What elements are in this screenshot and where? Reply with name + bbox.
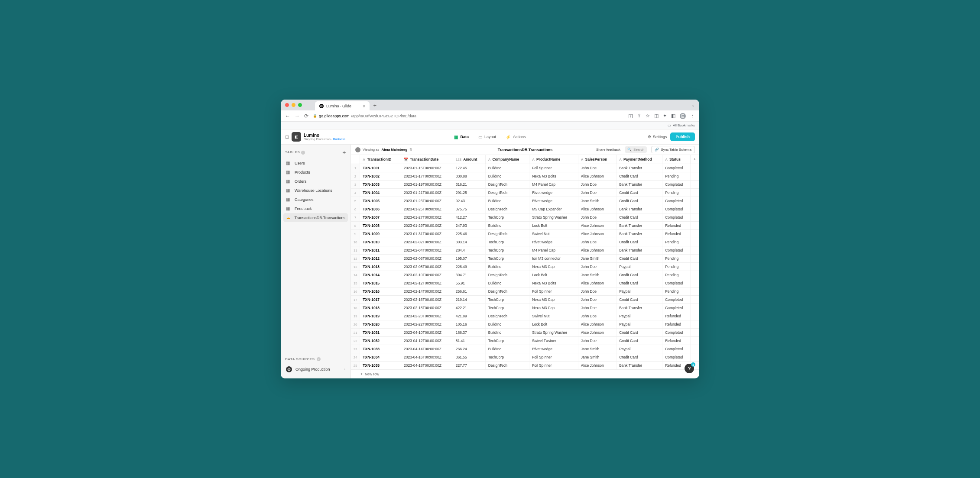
table-row[interactable]: 2TXN-10022023-01-17T00:00:00Z330.88Build… (351, 172, 699, 181)
cell[interactable]: 225.46 (453, 230, 485, 238)
help-button[interactable]: ?1 (685, 364, 694, 373)
new-row-button[interactable]: +New row (351, 369, 699, 378)
share-icon[interactable]: ⇪ (637, 113, 641, 119)
cell[interactable]: Completed (662, 329, 691, 337)
cell[interactable]: 2023-04-18T00:00:00Z (401, 362, 453, 370)
cell[interactable]: Credit Card (617, 329, 662, 337)
menu-icon[interactable]: ⋮ (690, 113, 695, 119)
cell[interactable]: Refunded (662, 337, 691, 345)
cell[interactable]: TXN-1012 (360, 255, 401, 263)
cell[interactable]: Alice Johnson (578, 230, 616, 238)
cell[interactable]: Swivel Nut (529, 312, 578, 320)
cell[interactable]: 2023-02-12T00:00:00Z (401, 279, 453, 287)
cell[interactable]: John Doe (578, 337, 616, 345)
cell[interactable]: Pending (662, 189, 691, 197)
cell[interactable]: Nexa M3 Cap (529, 304, 578, 312)
table-row[interactable]: 16TXN-10162023-02-14T00:00:00Z256.61Desi… (351, 287, 699, 296)
column-header[interactable]: AStatus (662, 155, 691, 164)
cell[interactable]: BuildInc (485, 345, 529, 353)
cell[interactable]: TXN-1009 (360, 230, 401, 238)
cell[interactable]: TXN-1034 (360, 353, 401, 362)
cell[interactable]: 2023-01-25T00:00:00Z (401, 205, 453, 213)
cell[interactable]: Credit Card (617, 255, 662, 263)
cell[interactable]: TXN-1016 (360, 287, 401, 296)
cell[interactable]: Alice Johnson (578, 205, 616, 213)
cell[interactable]: TXN-1032 (360, 337, 401, 345)
cell[interactable]: 2023-02-08T00:00:00Z (401, 263, 453, 271)
cell[interactable]: Completed (662, 353, 691, 362)
cell[interactable]: Bank Transfer (617, 362, 662, 370)
cell[interactable]: 412.27 (453, 213, 485, 222)
tabs-overflow-icon[interactable]: ⌄ (691, 103, 695, 107)
table-row[interactable]: 3TXN-10032023-01-19T00:00:00Z316.21Desig… (351, 181, 699, 189)
cell[interactable]: TechCorp (485, 246, 529, 255)
cell[interactable]: 81.41 (453, 337, 485, 345)
cell[interactable]: Credit Card (617, 271, 662, 279)
table-row[interactable]: 5TXN-10052023-01-23T00:00:00Z92.43BuildI… (351, 197, 699, 205)
cell[interactable]: John Doe (578, 189, 616, 197)
table-row[interactable]: 4TXN-10042023-01-21T00:00:00Z291.25Desig… (351, 189, 699, 197)
cell[interactable]: 2023-01-31T00:00:00Z (401, 230, 453, 238)
table-row[interactable]: 18TXN-10182023-02-18T00:00:00Z422.21Tech… (351, 304, 699, 312)
table-row[interactable]: 10TXN-10102023-02-02T00:00:00Z303.14Tech… (351, 238, 699, 246)
cell[interactable]: TXN-1004 (360, 189, 401, 197)
cell[interactable]: 2023-02-20T00:00:00Z (401, 312, 453, 320)
cell[interactable]: TXN-1017 (360, 296, 401, 304)
sidebar-item[interactable]: ▦Users (283, 158, 348, 168)
cell[interactable]: John Doe (578, 312, 616, 320)
cell[interactable]: Nexa M3 Bolts (529, 279, 578, 287)
cell[interactable]: DesignTech (485, 230, 529, 238)
cell[interactable]: 92.43 (453, 197, 485, 205)
cell[interactable]: 186.37 (453, 329, 485, 337)
cell[interactable]: 55.91 (453, 279, 485, 287)
cell[interactable]: DesignTech (485, 271, 529, 279)
cell[interactable]: Jane Smith (578, 255, 616, 263)
cell[interactable]: 256.61 (453, 287, 485, 296)
cell[interactable]: 284.4 (453, 246, 485, 255)
cell[interactable]: Foil Spinner (529, 362, 578, 370)
cell[interactable]: 219.14 (453, 296, 485, 304)
cell[interactable]: TXN-1035 (360, 362, 401, 370)
column-header[interactable]: 📅TransactionDate (401, 155, 453, 164)
publish-button[interactable]: Publish (670, 132, 695, 141)
cell[interactable]: Lock Bolt (529, 222, 578, 230)
cell[interactable]: Bank Transfer (617, 205, 662, 213)
cell[interactable]: 2023-04-14T00:00:00Z (401, 345, 453, 353)
cell[interactable]: Credit Card (617, 279, 662, 287)
cell[interactable]: DesignTech (485, 362, 529, 370)
column-header[interactable]: APaymentMethod (617, 155, 662, 164)
cell[interactable]: TXN-1010 (360, 238, 401, 246)
cell[interactable]: 330.88 (453, 172, 485, 181)
cell[interactable]: Refunded (662, 312, 691, 320)
cell[interactable]: Credit Card (617, 213, 662, 222)
column-header[interactable]: ACompanyName (485, 155, 529, 164)
bookmark-icon[interactable]: ☆ (646, 113, 650, 119)
cell[interactable]: Strato Spring Washer (529, 213, 578, 222)
cell[interactable]: BuildInc (485, 329, 529, 337)
cell[interactable]: 2023-02-06T00:00:00Z (401, 255, 453, 263)
table-row[interactable]: 21TXN-10312023-04-10T00:00:00Z186.37Buil… (351, 329, 699, 337)
cell[interactable]: Bank Transfer (617, 230, 662, 238)
cell[interactable]: Lock Bolt (529, 320, 578, 329)
cell[interactable]: Refunded (662, 320, 691, 329)
cell[interactable]: 266.24 (453, 345, 485, 353)
viewing-as[interactable]: Viewing as Alma Malmberg ⇅ (355, 147, 412, 152)
cell[interactable]: TXN-1008 (360, 222, 401, 230)
cell[interactable]: 303.14 (453, 238, 485, 246)
column-header[interactable]: ATransactionID (360, 155, 401, 164)
cell[interactable]: Pending (662, 271, 691, 279)
cell[interactable]: Paypal (617, 320, 662, 329)
cell[interactable]: Swivel Fastner (529, 337, 578, 345)
cell[interactable]: TechCorp (485, 337, 529, 345)
cell[interactable]: Foil Spinner (529, 353, 578, 362)
cell[interactable]: 2023-01-29T00:00:00Z (401, 222, 453, 230)
cell[interactable]: TXN-1013 (360, 263, 401, 271)
close-window-icon[interactable] (285, 103, 289, 107)
cell[interactable]: 2023-04-12T00:00:00Z (401, 337, 453, 345)
cell[interactable]: John Doe (578, 238, 616, 246)
cell[interactable]: BuildInc (485, 197, 529, 205)
table-row[interactable]: 6TXN-10062023-01-25T00:00:00Z375.75Desig… (351, 205, 699, 213)
cell[interactable]: Refunded (662, 230, 691, 238)
cell[interactable]: John Doe (578, 287, 616, 296)
table-row[interactable]: 14TXN-10142023-02-10T00:00:00Z394.71Desi… (351, 271, 699, 279)
